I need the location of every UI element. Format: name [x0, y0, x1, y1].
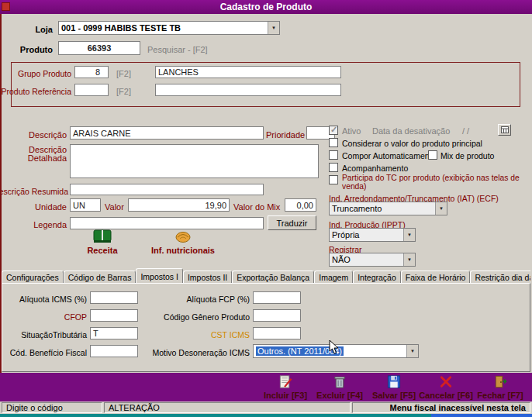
pesquisar-hint: Pesquisar - [F2]: [147, 44, 208, 54]
participa-tc-label: Participa do TC por produto (exibição na…: [342, 174, 531, 191]
situacao-tributaria-input[interactable]: T: [90, 327, 138, 339]
tab-strip: Configurações Código de Barras Impostos …: [2, 268, 530, 283]
unidade-label: Unidade: [16, 202, 67, 212]
produto-referencia-label: Produto Referência: [0, 86, 71, 96]
cst-icms-label: CST ICMS: [169, 329, 250, 339]
incluir-icon: [278, 374, 293, 391]
chevron-down-icon[interactable]: [435, 202, 447, 215]
receita-label[interactable]: Receita: [78, 246, 127, 255]
valor-label: Valor: [105, 202, 124, 212]
chevron-down-icon[interactable]: [403, 253, 415, 266]
grupo-produto-code-input[interactable]: 8: [74, 66, 109, 78]
iat-select[interactable]: Truncamento: [329, 202, 447, 215]
ativo-label: Ativo: [342, 126, 361, 136]
status-mode: ALTERAÇÃO: [104, 402, 351, 413]
acompanhamento-label: Acompanhamento: [342, 163, 408, 173]
descricao-detalhada-textarea[interactable]: [70, 144, 319, 178]
status-left: Digite o código: [2, 402, 102, 413]
cod-beneficio-input[interactable]: [90, 345, 138, 357]
tab-restricao-dia-da-semana[interactable]: Restrição dia da semana: [470, 271, 530, 283]
descricao-input[interactable]: ARAIS CARNE: [70, 126, 264, 140]
descricao-resumida-input[interactable]: [70, 184, 264, 195]
taskbar: [0, 414, 532, 417]
cadastro-produto-window: Cadastro de Produto Loja 001 - 0999 HABI…: [0, 0, 532, 417]
window-left-border: [0, 14, 2, 373]
salvar-label: Salvar [F5]: [372, 391, 416, 400]
status-bar: Digite o código ALTERAÇÃO Menu fiscal in…: [0, 401, 532, 414]
inf-nutricionais-icon[interactable]: [175, 229, 191, 245]
fechar-button[interactable]: Fechar [F7]: [474, 374, 527, 400]
grupo-produto-nome-field[interactable]: LANCHES: [155, 66, 341, 78]
tab-imagem[interactable]: Imagem: [314, 271, 353, 283]
ippt-select-value: Própria: [330, 229, 403, 241]
codigo-genero-label: Código Gênero Produto: [152, 312, 250, 322]
excluir-button[interactable]: Excluir [F4]: [313, 374, 366, 400]
legenda-label: Legenda: [16, 219, 67, 229]
traduzir-button[interactable]: Traduzir: [268, 215, 316, 230]
tab-impostos-2[interactable]: Impostos II: [183, 271, 232, 283]
codigo-genero-input[interactable]: [253, 309, 301, 322]
compor-automaticamente-checkbox[interactable]: [329, 150, 338, 160]
incluir-label: Incluir [F3]: [264, 391, 307, 400]
fechar-label: Fechar [F7]: [477, 391, 523, 400]
grupo-produto-f2-hint: [F2]: [116, 68, 131, 78]
receita-icon[interactable]: [93, 229, 112, 245]
produto-input[interactable]: 66393: [58, 41, 140, 55]
inf-nutricionais-label[interactable]: Inf. nutricionais: [147, 246, 219, 255]
loja-label: Loja: [6, 24, 53, 34]
grupo-produto-label: Grupo Produto: [12, 68, 71, 78]
cfop-input[interactable]: [90, 309, 138, 322]
descricao-detalhada-label: Descrição Detalhada: [11, 146, 67, 163]
unidade-input[interactable]: UN: [70, 198, 101, 212]
calendar-icon: [501, 126, 509, 135]
chevron-down-icon[interactable]: [406, 345, 418, 357]
tab-integracao[interactable]: Integração: [353, 271, 401, 283]
prioridade-label: Prioridade: [266, 129, 305, 140]
aliquota-icms-input[interactable]: [90, 291, 138, 304]
mix-de-produto-label: Mix de produto: [440, 150, 494, 160]
taskbar-segment: [431, 414, 532, 417]
cancelar-icon: [438, 374, 454, 391]
tab-configuracoes[interactable]: Configurações: [2, 271, 64, 283]
chevron-down-icon[interactable]: [268, 22, 279, 34]
tab-exportacao-balanca[interactable]: Exportação Balança: [232, 271, 314, 283]
valor-mix-input[interactable]: 0,00: [285, 198, 316, 212]
cancelar-label: Cancelar [F6]: [419, 391, 473, 400]
tab-faixa-de-horario[interactable]: Faixa de Horário: [401, 271, 471, 283]
acompanhamento-checkbox[interactable]: [329, 163, 338, 172]
legenda-input[interactable]: [70, 217, 264, 229]
cancelar-button[interactable]: Cancelar [F6]: [420, 374, 472, 400]
status-right: Menu fiscal inacessível nesta tela: [352, 402, 530, 413]
ativo-checkbox: [329, 126, 338, 135]
aliquota-fcp-label: Alíquota FCP (%): [169, 294, 250, 304]
participa-tc-checkbox[interactable]: [329, 175, 338, 184]
compor-automaticamente-label: Compor Automaticamente: [342, 150, 436, 160]
produto-referencia-code-input[interactable]: [74, 84, 109, 96]
considerar-valor-checkbox[interactable]: [329, 138, 338, 147]
descricao-resumida-label: Descrição Resumida: [0, 186, 68, 196]
mix-de-produto-checkbox[interactable]: [428, 150, 437, 160]
tab-impostos-1[interactable]: Impostos I: [136, 268, 182, 283]
incluir-button[interactable]: Incluir [F3]: [259, 374, 312, 400]
valor-input[interactable]: 19,90: [128, 198, 230, 212]
ippt-select[interactable]: Própria: [329, 228, 416, 242]
valor-mix-label: Valor do Mix: [233, 202, 280, 212]
aliquota-fcp-input[interactable]: [253, 291, 301, 304]
app-icon: [2, 2, 10, 11]
data-desativacao-label: Data da desativação: [372, 126, 450, 136]
registrar-select-value: NÃO: [330, 253, 403, 266]
situacao-tributaria-label: SituaçãoTributária: [8, 329, 87, 339]
produto-referencia-f2-hint: [F2]: [116, 86, 131, 96]
considerar-valor-label: Considerar o valor do produto principal: [342, 138, 482, 148]
calendar-button[interactable]: [498, 124, 511, 136]
chevron-down-icon[interactable]: [403, 229, 415, 241]
tab-codigo-de-barras[interactable]: Código de Barras: [64, 271, 136, 283]
cod-beneficio-label: Cód. Benefício Fiscal: [6, 347, 87, 357]
cst-icms-input[interactable]: [253, 327, 301, 339]
data-desativacao-value: / /: [462, 126, 469, 136]
produto-referencia-nome-field[interactable]: [155, 84, 341, 96]
loja-select-value: 001 - 0999 HABIBS TESTE TB: [59, 22, 268, 34]
salvar-button[interactable]: Salvar [F5]: [368, 374, 420, 400]
loja-select[interactable]: 001 - 0999 HABIBS TESTE TB: [58, 21, 280, 35]
registrar-select[interactable]: NÃO: [329, 253, 416, 267]
